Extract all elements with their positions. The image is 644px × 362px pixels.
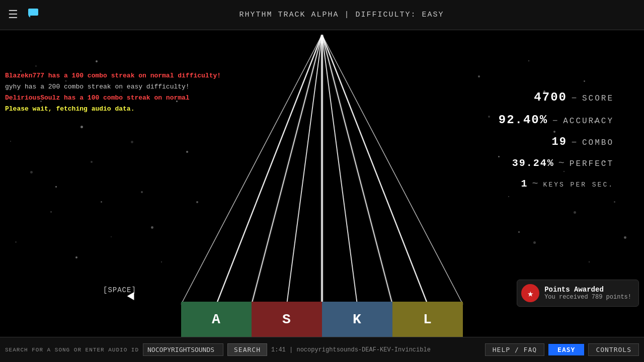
menu-icon[interactable]: ☰: [8, 8, 18, 22]
accuracy-value: 92.40%: [499, 113, 548, 127]
key-lanes: A S K L: [181, 302, 463, 337]
help-faq-button[interactable]: HELP / FAQ: [485, 343, 544, 356]
particle: [80, 126, 83, 128]
points-star-icon: ★: [521, 284, 539, 302]
search-button[interactable]: SEARCH: [227, 343, 267, 356]
kps-value: 1: [521, 178, 528, 190]
particle: [151, 226, 153, 229]
game-area: Blazekn777 has a 100 combo streak on nor…: [0, 30, 644, 337]
search-label: SEARCH FOR A SONG OR ENTER AUDIO ID: [5, 347, 139, 353]
lane-a[interactable]: A: [181, 302, 252, 337]
lane-s[interactable]: S: [252, 302, 322, 337]
particle: [111, 236, 112, 237]
notification: DeliriousSoulz has a 100 combo streak on…: [5, 93, 221, 104]
svg-marker-1: [28, 16, 30, 18]
controls-button[interactable]: CONTROLS: [588, 343, 639, 356]
perfect-row: 39.24% ~ PERFECT: [499, 157, 614, 169]
notification: gyhy has a 200 combo streak on easy diff…: [5, 81, 221, 93]
search-input[interactable]: [143, 343, 223, 356]
kps-row: 1 ~ KEYS PER SEC.: [499, 178, 614, 190]
combo-label: COMBO: [582, 138, 614, 147]
particle: [584, 80, 585, 82]
score-label: SCORE: [582, 94, 614, 103]
svg-rect-0: [28, 9, 38, 16]
points-awarded-panel: ★ Points Awarded You received 789 points…: [517, 280, 639, 307]
particle: [196, 201, 198, 203]
particle: [533, 241, 536, 244]
points-subtitle: You received 789 points!: [544, 294, 631, 301]
kps-label: KEYS PER SEC.: [543, 181, 614, 189]
easy-button[interactable]: EASY: [548, 344, 584, 355]
notification: Blazekn777 has a 100 combo streak on nor…: [5, 70, 221, 81]
particle: [30, 171, 33, 173]
page-title: RHYTHM TRACK ALPHA | DIFFICULTY: EASY: [39, 11, 644, 19]
score-row: 4700 – SCORE: [499, 90, 614, 104]
particle: [55, 186, 57, 188]
bottombar: SEARCH FOR A SONG OR ENTER AUDIO ID SEAR…: [0, 337, 644, 362]
particle: [574, 211, 576, 214]
chat-icon[interactable]: [27, 7, 39, 23]
perfect-label: PERFECT: [570, 159, 614, 168]
lane-l[interactable]: L: [392, 302, 463, 337]
particle: [91, 161, 93, 163]
accuracy-label: ACCURACY: [563, 117, 614, 126]
lane-k[interactable]: K: [322, 302, 392, 337]
points-text: Points Awarded You received 789 points!: [544, 286, 631, 301]
particle: [518, 231, 520, 233]
particle: [35, 65, 37, 67]
combo-row: 19 – COMBO: [499, 136, 614, 148]
particle: [131, 141, 133, 143]
notification: Please wait, fetching audio data.: [5, 104, 221, 115]
combo-value: 19: [552, 136, 567, 148]
now-playing: 1:41 | nocopyrightsounds-DEAF-KEV-Invinc…: [271, 346, 481, 353]
stats-panel: 4700 – SCORE 92.40% – ACCURACY 19 – COMB…: [499, 90, 614, 199]
particle: [624, 236, 626, 239]
particle: [186, 151, 188, 153]
accuracy-row: 92.40% – ACCURACY: [499, 113, 614, 127]
notifications: Blazekn777 has a 100 combo streak on nor…: [5, 70, 221, 115]
particle: [96, 60, 98, 62]
particle: [478, 75, 480, 77]
topbar: ☰ RHYTHM TRACK ALPHA | DIFFICULTY: EASY: [0, 0, 644, 30]
particle: [15, 241, 17, 243]
score-value: 4700: [534, 90, 567, 104]
particle: [50, 211, 52, 213]
perfect-value: 39.24%: [512, 157, 554, 169]
points-title: Points Awarded: [544, 286, 631, 294]
